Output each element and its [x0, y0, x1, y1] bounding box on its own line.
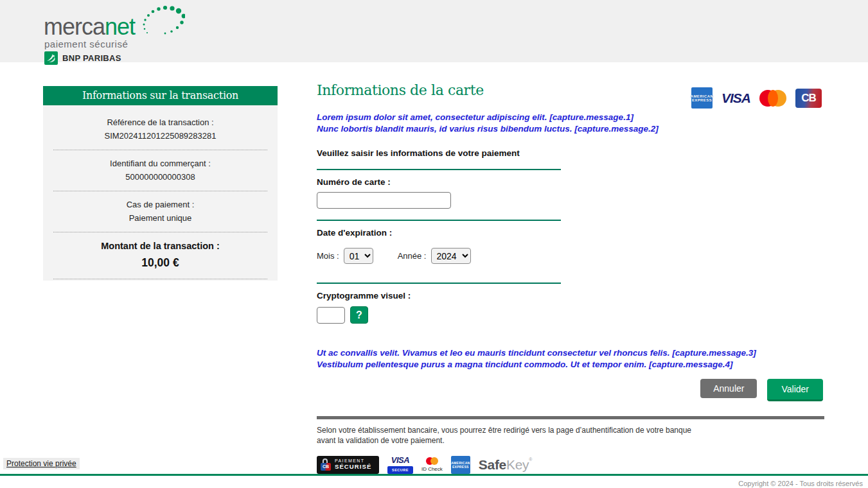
- payment-form: Numéro de carte : Date d'expiration : Mo…: [317, 169, 561, 324]
- safekey-light: Key: [506, 457, 529, 472]
- cvv-section: Cryptogramme visuel : ?: [317, 283, 561, 324]
- security-logos: CB PAIEMENT SÉCURISÉ VISA SECURE ID Chec…: [317, 455, 824, 474]
- amex-line2: EXPRESS: [692, 98, 712, 102]
- visa-secure-box: SECURE: [387, 466, 413, 474]
- transaction-reference-label: Référence de la transaction :: [53, 118, 267, 127]
- copyright-text: Copyright © 2024 - Tous droits réservés: [738, 480, 863, 487]
- transaction-panel-title: Informations sur la transaction: [43, 86, 278, 105]
- visa-icon: VISA: [722, 91, 750, 106]
- capture-message-2: Nunc lobortis blandit mauris, id varius …: [317, 123, 824, 135]
- bnp-paribas-row: BNP PARIBAS: [44, 51, 121, 65]
- month-select[interactable]: 01: [344, 248, 373, 264]
- card-number-section: Numéro de carte :: [317, 169, 561, 209]
- transaction-panel-body: Référence de la transaction : SIM2024112…: [43, 105, 278, 281]
- safekey-bold: Safe: [479, 457, 506, 472]
- cb-lock-icon: CB: [321, 458, 331, 472]
- submit-button[interactable]: Valider: [767, 379, 823, 401]
- redirect-notice-line1: Selon votre établissement bancaire, vous…: [317, 425, 824, 435]
- safekey-registered-mark: ®: [529, 457, 532, 462]
- redirect-notice-line2: avant la validation de votre paiement.: [317, 435, 824, 446]
- transaction-amount-value: 10,00 €: [53, 256, 267, 270]
- payment-instruction: Veuillez saisir les informations de votr…: [317, 148, 824, 158]
- separator-bar: [317, 416, 824, 419]
- merchant-id-row: Identifiant du commerçant : 500000000000…: [53, 150, 267, 191]
- visa-secure-word: VISA: [391, 455, 409, 465]
- transaction-panel: Informations sur la transaction Référenc…: [43, 86, 278, 281]
- year-label: Année :: [398, 251, 427, 261]
- american-express-icon: AMERICAN EXPRESS: [691, 87, 713, 109]
- form-buttons: Annuler Valider: [317, 379, 824, 401]
- month-label: Mois :: [317, 251, 339, 261]
- brand-green-part: net: [105, 13, 135, 40]
- paiement-securise-badge-icon: CB PAIEMENT SÉCURISÉ: [317, 456, 379, 474]
- amex-safekey-box-icon: AMERICAN EXPRESS: [451, 456, 470, 474]
- cvv-help-button[interactable]: ?: [350, 306, 368, 324]
- transaction-reference-value: SIM202411201225089283281: [53, 131, 267, 141]
- cancel-button[interactable]: Annuler: [700, 379, 757, 398]
- brand-gray-part: merca: [44, 13, 105, 40]
- merchant-id-value: 500000000000308: [53, 172, 267, 182]
- transaction-amount-row: Montant de la transaction : 10,00 €: [53, 232, 267, 279]
- bnp-paribas-logo-icon: [44, 51, 58, 65]
- badge-line2: SÉCURISÉ: [335, 464, 371, 471]
- cvv-input[interactable]: [317, 307, 345, 324]
- cvv-row: ?: [317, 306, 561, 324]
- cb-icon: CB: [795, 89, 822, 108]
- redirect-notice: Selon votre établissement bancaire, vous…: [317, 425, 824, 446]
- expiry-label: Date d'expiration :: [317, 228, 561, 238]
- expiry-row: Mois : 01 Année : 2024: [317, 248, 561, 272]
- mastercard-icon: [759, 90, 786, 107]
- brand-tagline: paiement sécurisé: [44, 39, 128, 49]
- payment-case-value: Paiement unique: [53, 213, 267, 223]
- year-select[interactable]: 2024: [431, 248, 471, 264]
- amex-mini-line2: EXPRESS: [452, 465, 469, 469]
- accepted-card-brands: AMERICAN EXPRESS VISA CB: [691, 87, 822, 109]
- card-number-label: Numéro de carte :: [317, 177, 561, 187]
- card-number-input[interactable]: [317, 192, 451, 209]
- cvv-label: Cryptogramme visuel :: [317, 291, 561, 301]
- privacy-link[interactable]: Protection vie privée: [3, 458, 80, 469]
- capture-message-4: Vestibulum pellentesque purus a magna ti…: [317, 359, 824, 370]
- mastercard-idcheck-icon: ID Check: [421, 457, 443, 472]
- transaction-reference-row: Référence de la transaction : SIM2024112…: [53, 109, 267, 150]
- capture-message-1: Lorem ipsum dolor sit amet, consectetur …: [317, 112, 824, 123]
- brand-wordmark: mercanet: [44, 15, 135, 39]
- merchant-id-label: Identifiant du commerçant :: [53, 159, 267, 168]
- capture-message-3: Ut ac convallis velit. Vivamus et leo eu…: [317, 347, 824, 359]
- header-band: mercanet paiement sécurisé BNP PARIBAS: [0, 0, 868, 62]
- card-info-section: Informations de la carte AMERICAN EXPRES…: [317, 82, 824, 474]
- footer-divider: [0, 474, 868, 476]
- payment-case-row: Cas de paiement : Paiement unique: [53, 191, 267, 232]
- payment-case-label: Cas de paiement :: [53, 200, 267, 209]
- mercanet-logo: mercanet paiement sécurisé BNP PARIBAS: [44, 5, 185, 60]
- mastercard-idcheck-label: ID Check: [421, 466, 443, 472]
- bnp-paribas-label: BNP PARIBAS: [62, 53, 121, 63]
- transaction-amount-label: Montant de la transaction :: [53, 241, 267, 251]
- visa-secure-icon: VISA SECURE: [387, 455, 413, 474]
- expiry-section: Date d'expiration : Mois : 01 Année : 20…: [317, 220, 561, 272]
- safekey-logo: SafeKey®: [479, 457, 532, 473]
- cb-lock-text: CB: [321, 463, 331, 471]
